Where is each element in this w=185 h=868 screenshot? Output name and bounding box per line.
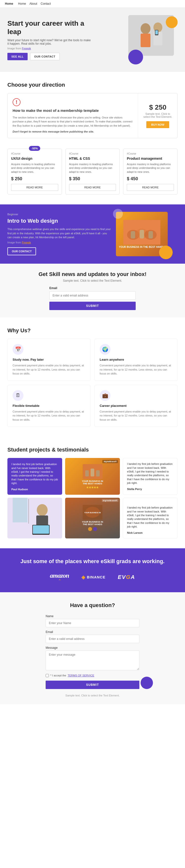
svg-rect-19	[12, 498, 27, 522]
why-title-1: Learn anywhere	[100, 358, 173, 362]
header-logo[interactable]: Home	[5, 2, 13, 5]
why-title-2: Flexible timetable	[12, 404, 85, 408]
course-price-2: $ 450	[127, 176, 174, 181]
why-desc-3: Convenient payment plans enable you to d…	[100, 409, 173, 422]
hero-title: Start your career with a leap	[7, 19, 91, 36]
testimonial-author-1: Paul Hudson	[11, 488, 58, 491]
membership-title: How to make the most of a membership tem…	[12, 108, 133, 113]
evga-logo: EVGA	[118, 574, 135, 580]
testimonial-author-3: Stella Perry	[127, 488, 174, 491]
contact-terms-text: * I accept the	[50, 674, 66, 677]
newsletter-submit-button[interactable]: SUBMIT	[49, 302, 136, 310]
testimonial-item-4	[7, 498, 62, 538]
svg-text:YOUR BUSINESS IN: YOUR BUSINESS IN	[84, 512, 101, 514]
header-nav-about[interactable]: About	[29, 2, 37, 5]
why-desc-0: Convenient payment plans enable you to d…	[12, 363, 85, 376]
membership-right: $ 250 Sample text. Click to select the T…	[138, 93, 177, 138]
choose-direction-title: Choose your direction	[7, 82, 178, 88]
intro-img-text: YOUR BUSINESS IN THE BEST HANDS	[119, 246, 165, 248]
course-desc-1: Acquire mastery in leading platforms and…	[69, 162, 116, 174]
course-readmore-1[interactable]: READ MORE	[69, 184, 116, 191]
why-icon-0: 📅	[12, 344, 24, 355]
contact-title: Have a question?	[7, 602, 178, 609]
svg-rect-11	[131, 231, 135, 239]
svg-rect-12	[140, 230, 144, 239]
course-title-0: UX/UI design	[11, 157, 58, 160]
why-card-3: 💼 Career placement Convenient payment pl…	[94, 385, 178, 427]
course-cards: -50% #Course UX/UI design Acquire master…	[7, 145, 178, 194]
testimonial-text-1: I landed my first job before graduation …	[11, 462, 58, 485]
course-desc-0: Acquire mastery in leading platforms and…	[11, 162, 58, 174]
contact-message-group: Message	[45, 646, 140, 671]
hero-text: Start your career with a leap Want your …	[7, 19, 91, 60]
logos-row: amazon ^ ◈ BINANCE EVGA	[7, 572, 178, 582]
membership-price: $ 250	[149, 103, 166, 111]
svg-point-21	[37, 504, 48, 516]
why-icon-2: 🗓	[12, 390, 24, 401]
course-price-1: $ 350	[69, 176, 116, 181]
hero-image-credit: Image from Freepik	[7, 47, 91, 50]
membership-warning: Don't forget to remove this message befo…	[12, 130, 133, 133]
hero-section: Start your career with a leap Want your …	[0, 8, 185, 72]
course-readmore-2[interactable]: READ MORE	[127, 184, 174, 191]
svg-point-1	[141, 23, 151, 34]
svg-rect-15	[85, 470, 89, 476]
course-card-0: -50% #Course UX/UI design Acquire master…	[7, 149, 62, 194]
newsletter-email-label: Email	[49, 286, 136, 290]
course-title-1: HTML & CSS	[69, 157, 116, 160]
testimonials-grid: I landed my first job before graduation …	[7, 458, 178, 538]
newsletter-email-input[interactable]	[49, 291, 136, 300]
hero-circle-purple	[128, 50, 143, 64]
course-badge-2: #Course	[127, 152, 174, 155]
membership-icon: !	[12, 98, 21, 106]
intro-section: Beginner Intro to Web design This compre…	[0, 205, 185, 264]
intro-circle-orange	[159, 246, 173, 259]
why-us-title: Why Us?	[7, 327, 178, 334]
why-icon-3: 💼	[100, 390, 111, 401]
testimonial-item-5: digitalBrand® YOUR BUSINESS IN YOUR BUSI…	[65, 498, 120, 538]
hero-credit-link[interactable]: Freepik	[22, 47, 31, 50]
testimonial-text-3: I landed my first job before graduation …	[127, 462, 174, 485]
contact-email-input[interactable]	[45, 635, 140, 643]
why-us-grid: 📅 Study now. Pay later Convenient paymen…	[7, 339, 178, 427]
why-card-1: 🌍 Learn anywhere Convenient payment plan…	[94, 339, 178, 381]
course-price-0: $ 250	[11, 176, 58, 181]
course-title-2: Product management	[127, 157, 174, 160]
why-title-0: Study now. Pay later	[12, 358, 85, 362]
header-nav-contact[interactable]: Contact	[41, 2, 51, 5]
hero-description: Want your future to start right now? We'…	[7, 38, 91, 45]
hero-circle-orange	[166, 16, 178, 28]
newsletter-subtitle: Sample text. Click to select the Text El…	[7, 279, 178, 282]
contact-name-label: Name	[45, 615, 140, 618]
contact-name-input[interactable]	[45, 619, 140, 627]
testimonial-text-6: I landed my first job before graduation …	[127, 506, 174, 529]
intro-credit-link[interactable]: Freepik	[22, 241, 31, 244]
course-badge-0: #Course	[11, 152, 58, 155]
contact-email-label: Email	[45, 630, 140, 634]
header-nav-home[interactable]: Home	[18, 2, 26, 5]
buy-now-button[interactable]: BUY NOW	[146, 121, 169, 128]
intro-image-credit: Image from Freepik	[7, 241, 111, 244]
our-contact-button-intro[interactable]: OUR CONTACT	[7, 247, 36, 255]
why-desc-2: Convenient payment plans enable you to d…	[12, 409, 85, 422]
see-all-button[interactable]: SEE ALL	[7, 53, 28, 60]
svg-rect-2	[141, 34, 151, 47]
places-title: Just some of the places where eSkill gra…	[7, 558, 178, 565]
our-contact-button-hero[interactable]: OUR CONTACT	[30, 53, 60, 60]
why-card-0: 📅 Study now. Pay later Convenient paymen…	[7, 339, 91, 381]
testimonial-item-6: I landed my first job before graduation …	[123, 498, 178, 538]
contact-submit-button[interactable]: SUBMIT	[45, 681, 140, 689]
svg-rect-17	[96, 470, 100, 476]
newsletter-title: Get Skill news and updates to your inbox…	[7, 271, 178, 277]
contact-terms-link[interactable]: TERMS OF SERVICE	[68, 674, 94, 677]
svg-rect-13	[149, 231, 153, 239]
contact-message-input[interactable]	[45, 651, 140, 670]
contact-decoration-circle	[141, 677, 153, 689]
why-desc-1: Convenient payment plans enable you to d…	[100, 363, 173, 376]
contact-terms-checkbox[interactable]	[45, 674, 49, 677]
course-readmore-0[interactable]: READ MORE	[11, 184, 58, 191]
intro-title: Intro to Web design	[7, 218, 111, 224]
testimonial-item-2: digitalBrand® YOUR BUSINESS INTHE BEST H…	[65, 458, 120, 494]
course-card-1: #Course HTML & CSS Acquire mastery in le…	[65, 149, 120, 194]
choose-direction-section: Choose your direction ! How to make the …	[0, 72, 185, 205]
